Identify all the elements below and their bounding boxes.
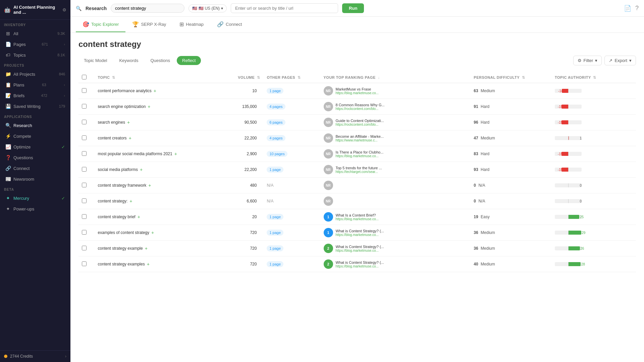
tab-connect[interactable]: 🔗 Connect bbox=[210, 17, 249, 32]
th-authority[interactable]: TOPIC AUTHORITY ⇅ bbox=[551, 72, 636, 83]
sidebar-item-all[interactable]: ⊞ All 9.3K bbox=[1, 28, 69, 39]
table-row: content strategy examples + 720 1 page 2… bbox=[78, 256, 636, 272]
credits-section[interactable]: 2744 Credits › bbox=[0, 350, 70, 362]
sidebar-item-questions[interactable]: ❓ Questions bbox=[1, 153, 69, 163]
sidebar-item-topics[interactable]: 🏷 Topics 8.1K bbox=[1, 50, 69, 60]
sidebar-label-all-projects: All Projects bbox=[13, 72, 35, 77]
ranking-url[interactable]: https://techtarget.com/sear... bbox=[336, 170, 382, 174]
row-checkbox-11[interactable] bbox=[82, 261, 87, 266]
ranking-page-cell: 1 What is Content Strategy? (... https:/… bbox=[320, 225, 471, 241]
sidebar-item-saved-writing[interactable]: 💾 Saved Writing 179 bbox=[1, 101, 69, 111]
add-topic-icon[interactable]: + bbox=[129, 135, 131, 141]
language-selector[interactable]: 🇺🇸 🇺🇸 US (EN) ▾ bbox=[189, 4, 227, 12]
export-button[interactable]: ↗ Export ▾ bbox=[604, 56, 636, 65]
ranking-url[interactable]: https://blog.marketmuse.co... bbox=[336, 91, 379, 95]
ranking-url[interactable]: https://rockcontent.com/blo... bbox=[336, 107, 385, 111]
add-topic-icon[interactable]: + bbox=[138, 214, 140, 220]
row-checkbox-3[interactable] bbox=[82, 135, 87, 140]
tab-heatmap[interactable]: ⊞ Heatmap bbox=[173, 17, 210, 32]
ranking-title: What is Content Strategy? (... bbox=[336, 229, 384, 233]
sidebar-item-optimize[interactable]: 📈 Optimize ✓ bbox=[1, 142, 69, 152]
add-topic-icon[interactable]: + bbox=[140, 167, 143, 172]
row-checkbox-5[interactable] bbox=[82, 167, 87, 172]
authority-cell: -15 bbox=[551, 162, 636, 178]
ranking-url[interactable]: https://rockcontent.com/blo... bbox=[336, 123, 384, 126]
row-checkbox-0[interactable] bbox=[82, 88, 87, 93]
sidebar-item-research[interactable]: 🔍 Research bbox=[1, 120, 69, 130]
sidebar-item-connect[interactable]: 🔗 Connect bbox=[1, 163, 69, 173]
sidebar-item-all-projects[interactable]: 📁 All Projects 846 bbox=[1, 69, 69, 79]
projects-section-label: PROJECTS bbox=[0, 60, 70, 69]
newsroom-icon: 📰 bbox=[5, 176, 11, 182]
th-difficulty-label: PERSONAL DIFFICULTY bbox=[474, 75, 520, 79]
row-checkbox-2[interactable] bbox=[82, 120, 87, 124]
ranking-url[interactable]: https://blog.marketmuse.co... bbox=[336, 264, 384, 268]
th-other-pages[interactable]: OTHER PAGES ⇅ bbox=[263, 72, 320, 83]
filter-button[interactable]: ⚙ Filter ▾ bbox=[573, 56, 602, 65]
keyword-search-input[interactable] bbox=[111, 4, 184, 13]
run-button[interactable]: Run bbox=[342, 3, 364, 13]
row-checkbox-9[interactable] bbox=[82, 230, 87, 235]
ranking-url[interactable]: https://blog.marketmuse.co... bbox=[336, 233, 384, 237]
add-topic-icon[interactable]: + bbox=[151, 230, 154, 235]
chevron-down-icon: ▾ bbox=[221, 6, 223, 11]
sub-tab-keywords[interactable]: Keywords bbox=[114, 56, 144, 65]
ranking-url[interactable]: https://www.marketmuse.c... bbox=[336, 138, 384, 142]
add-topic-icon[interactable]: + bbox=[148, 104, 150, 109]
ranking-url[interactable]: https://blog.marketmuse.co... bbox=[336, 217, 379, 221]
ranking-cell: 1 What is Content Strategy? (... https:/… bbox=[324, 228, 467, 237]
pages-badge: 10 pages bbox=[267, 151, 287, 157]
sidebar-item-pages[interactable]: 📄 Pages 671 › bbox=[1, 39, 69, 49]
ranking-page-cell: 2 What is Content Strategy? (... https:/… bbox=[320, 241, 471, 256]
add-topic-icon[interactable]: + bbox=[154, 88, 156, 94]
th-difficulty[interactable]: PERSONAL DIFFICULTY ⇅ bbox=[470, 72, 551, 83]
tab-serp-x-ray[interactable]: 🏆 SERP X-Ray bbox=[125, 17, 173, 32]
row-checkbox-6[interactable] bbox=[82, 183, 87, 187]
th-ranking[interactable]: YOUR TOP RANKING PAGE ↓ bbox=[320, 72, 471, 83]
help-icon[interactable]: ? bbox=[635, 5, 639, 12]
add-topic-icon[interactable]: + bbox=[174, 151, 177, 157]
ranking-info: Become an Affiliate - Marke... https://w… bbox=[336, 134, 384, 142]
select-all-checkbox[interactable] bbox=[82, 75, 87, 79]
ranking-title: What is Content Strategy? (... bbox=[336, 260, 384, 264]
tab-topic-explorer[interactable]: 🎯 Topic Explorer bbox=[76, 17, 125, 32]
sidebar-item-mercury[interactable]: ✦ Mercury ✓ bbox=[1, 193, 69, 203]
ranking-url[interactable]: https://blog.marketmuse.co... bbox=[336, 249, 384, 252]
pages-na: N/A bbox=[267, 183, 273, 188]
applications-section-label: APPLICATIONS bbox=[0, 112, 70, 120]
sidebar-item-briefs[interactable]: 📝 Briefs 472 › bbox=[1, 90, 69, 101]
document-icon[interactable]: 📄 bbox=[624, 5, 631, 12]
ranking-info: 8 Common Reasons Why G... https://rockco… bbox=[336, 103, 385, 111]
sidebar-item-plans[interactable]: 📋 Plans 63 › bbox=[1, 80, 69, 90]
row-checkbox-1[interactable] bbox=[82, 104, 87, 109]
th-select-all[interactable] bbox=[78, 72, 95, 83]
add-topic-icon[interactable]: + bbox=[129, 198, 132, 204]
add-topic-icon[interactable]: + bbox=[145, 246, 148, 251]
sidebar-item-power-ups[interactable]: ✦ Power-ups bbox=[1, 204, 69, 214]
row-checkbox-4[interactable] bbox=[82, 151, 87, 156]
table-row: content strategy framework + 480 N/A NR … bbox=[78, 178, 636, 193]
th-volume[interactable]: VOLUME ⇅ bbox=[216, 72, 263, 83]
volume-cell: 480 bbox=[216, 178, 263, 193]
sub-tab-topic-model[interactable]: Topic Model bbox=[78, 56, 112, 65]
sidebar-item-compete[interactable]: ⚡ Compete bbox=[1, 131, 69, 141]
ranking-cell: NR 8 Common Reasons Why G... https://roc… bbox=[324, 102, 467, 111]
add-topic-icon[interactable]: + bbox=[148, 183, 151, 188]
app-title: AI Content Planning and ... bbox=[13, 5, 60, 15]
row-checkbox-10[interactable] bbox=[82, 246, 87, 250]
sub-tab-reflect[interactable]: Reflect bbox=[177, 56, 201, 65]
row-checkbox-7[interactable] bbox=[82, 198, 87, 203]
ranking-title: Is There a Place for Clubho... bbox=[336, 150, 384, 154]
th-topic[interactable]: TOPIC ⇅ bbox=[95, 72, 217, 83]
sidebar-item-newsroom[interactable]: 📰 Newsroom bbox=[1, 174, 69, 184]
filter-label: Filter bbox=[584, 58, 593, 63]
add-topic-icon[interactable]: + bbox=[147, 261, 150, 267]
row-checkbox-8[interactable] bbox=[82, 214, 87, 219]
add-topic-icon[interactable]: + bbox=[127, 120, 130, 125]
export-label: Export bbox=[614, 58, 627, 63]
beta-section-label: BETA bbox=[0, 184, 70, 193]
settings-icon[interactable]: ⚙ bbox=[62, 7, 66, 12]
url-search-input[interactable] bbox=[231, 3, 338, 13]
ranking-url[interactable]: https://blog.marketmuse.co... bbox=[336, 154, 384, 158]
sub-tab-questions[interactable]: Questions bbox=[145, 56, 175, 65]
